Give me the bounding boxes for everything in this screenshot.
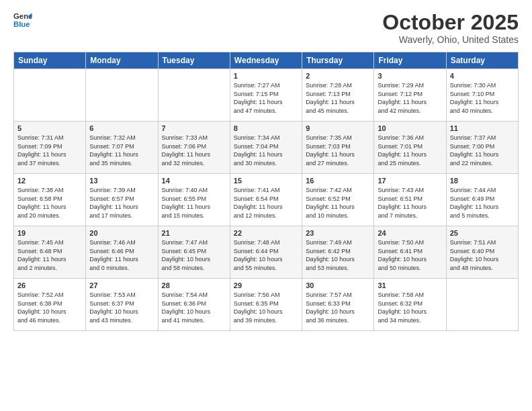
day-number: 20	[89, 229, 154, 237]
cell-1-3: 8Sunrise: 7:34 AM Sunset: 7:04 PM Daylig…	[230, 122, 302, 174]
calendar-container: General Blue October 2025 Waverly, Ohio,…	[0, 0, 532, 411]
day-content: Sunrise: 7:35 AM Sunset: 7:03 PM Dayligh…	[306, 134, 370, 167]
col-thursday: Thursday	[302, 52, 374, 69]
cell-2-1: 13Sunrise: 7:39 AM Sunset: 6:57 PM Dayli…	[86, 174, 158, 226]
day-content: Sunrise: 7:42 AM Sunset: 6:52 PM Dayligh…	[306, 186, 370, 220]
day-number: 25	[450, 229, 515, 237]
day-number: 23	[306, 229, 370, 237]
day-number: 2	[306, 72, 370, 80]
week-row-3: 12Sunrise: 7:38 AM Sunset: 6:58 PM Dayli…	[14, 174, 519, 226]
day-number: 21	[162, 229, 226, 237]
logo: General Blue	[13, 11, 32, 30]
day-number: 30	[306, 281, 370, 289]
day-number: 24	[378, 229, 442, 237]
day-number: 27	[89, 281, 154, 289]
day-content: Sunrise: 7:40 AM Sunset: 6:55 PM Dayligh…	[162, 186, 226, 220]
cell-4-2: 28Sunrise: 7:54 AM Sunset: 6:36 PM Dayli…	[158, 279, 230, 331]
cell-2-5: 17Sunrise: 7:43 AM Sunset: 6:51 PM Dayli…	[374, 174, 446, 226]
week-row-4: 19Sunrise: 7:45 AM Sunset: 6:48 PM Dayli…	[14, 226, 519, 279]
day-content: Sunrise: 7:53 AM Sunset: 6:37 PM Dayligh…	[89, 291, 154, 324]
day-content: Sunrise: 7:47 AM Sunset: 6:45 PM Dayligh…	[162, 238, 226, 272]
logo-icon: General Blue	[13, 11, 32, 30]
day-number: 26	[17, 281, 82, 289]
day-content: Sunrise: 7:48 AM Sunset: 6:44 PM Dayligh…	[234, 238, 298, 272]
day-content: Sunrise: 7:46 AM Sunset: 6:46 PM Dayligh…	[89, 238, 154, 272]
calendar-table: Sunday Monday Tuesday Wednesday Thursday…	[13, 52, 519, 331]
day-content: Sunrise: 7:38 AM Sunset: 6:58 PM Dayligh…	[17, 186, 82, 220]
day-content: Sunrise: 7:58 AM Sunset: 6:32 PM Dayligh…	[378, 291, 442, 324]
cell-0-5: 3Sunrise: 7:29 AM Sunset: 7:12 PM Daylig…	[374, 69, 446, 122]
cell-0-4: 2Sunrise: 7:28 AM Sunset: 7:13 PM Daylig…	[302, 69, 374, 122]
day-number: 18	[450, 177, 515, 185]
cell-3-1: 20Sunrise: 7:46 AM Sunset: 6:46 PM Dayli…	[86, 226, 158, 279]
cell-0-2	[158, 69, 230, 122]
day-content: Sunrise: 7:27 AM Sunset: 7:15 PM Dayligh…	[234, 81, 298, 115]
cell-1-1: 6Sunrise: 7:32 AM Sunset: 7:07 PM Daylig…	[86, 122, 158, 174]
day-content: Sunrise: 7:51 AM Sunset: 6:40 PM Dayligh…	[450, 238, 515, 272]
cell-4-1: 27Sunrise: 7:53 AM Sunset: 6:37 PM Dayli…	[86, 279, 158, 331]
cell-2-2: 14Sunrise: 7:40 AM Sunset: 6:55 PM Dayli…	[158, 174, 230, 226]
col-wednesday: Wednesday	[230, 52, 302, 69]
col-saturday: Saturday	[446, 52, 518, 69]
day-content: Sunrise: 7:28 AM Sunset: 7:13 PM Dayligh…	[306, 81, 370, 115]
cell-2-4: 16Sunrise: 7:42 AM Sunset: 6:52 PM Dayli…	[302, 174, 374, 226]
week-row-2: 5Sunrise: 7:31 AM Sunset: 7:09 PM Daylig…	[14, 122, 519, 174]
day-content: Sunrise: 7:37 AM Sunset: 7:00 PM Dayligh…	[450, 134, 515, 167]
day-content: Sunrise: 7:29 AM Sunset: 7:12 PM Dayligh…	[378, 81, 442, 115]
day-number: 1	[234, 72, 298, 80]
cell-3-3: 22Sunrise: 7:48 AM Sunset: 6:44 PM Dayli…	[230, 226, 302, 279]
day-content: Sunrise: 7:44 AM Sunset: 6:49 PM Dayligh…	[450, 186, 515, 220]
day-number: 28	[162, 281, 226, 289]
cell-1-0: 5Sunrise: 7:31 AM Sunset: 7:09 PM Daylig…	[14, 122, 86, 174]
day-number: 8	[234, 124, 298, 132]
day-content: Sunrise: 7:32 AM Sunset: 7:07 PM Dayligh…	[89, 134, 154, 167]
cell-2-0: 12Sunrise: 7:38 AM Sunset: 6:58 PM Dayli…	[14, 174, 86, 226]
day-content: Sunrise: 7:54 AM Sunset: 6:36 PM Dayligh…	[162, 291, 226, 324]
cell-2-3: 15Sunrise: 7:41 AM Sunset: 6:54 PM Dayli…	[230, 174, 302, 226]
day-content: Sunrise: 7:52 AM Sunset: 6:38 PM Dayligh…	[17, 291, 82, 324]
day-content: Sunrise: 7:49 AM Sunset: 6:42 PM Dayligh…	[306, 238, 370, 272]
cell-4-6	[446, 279, 518, 331]
week-row-5: 26Sunrise: 7:52 AM Sunset: 6:38 PM Dayli…	[14, 279, 519, 331]
cell-4-3: 29Sunrise: 7:56 AM Sunset: 6:35 PM Dayli…	[230, 279, 302, 331]
cell-1-5: 10Sunrise: 7:36 AM Sunset: 7:01 PM Dayli…	[374, 122, 446, 174]
day-number: 15	[234, 177, 298, 185]
cell-3-2: 21Sunrise: 7:47 AM Sunset: 6:45 PM Dayli…	[158, 226, 230, 279]
day-number: 7	[162, 124, 226, 132]
day-number: 13	[89, 177, 154, 185]
cell-2-6: 18Sunrise: 7:44 AM Sunset: 6:49 PM Dayli…	[446, 174, 518, 226]
day-content: Sunrise: 7:41 AM Sunset: 6:54 PM Dayligh…	[234, 186, 298, 220]
day-content: Sunrise: 7:33 AM Sunset: 7:06 PM Dayligh…	[162, 134, 226, 167]
cell-3-0: 19Sunrise: 7:45 AM Sunset: 6:48 PM Dayli…	[14, 226, 86, 279]
cell-3-4: 23Sunrise: 7:49 AM Sunset: 6:42 PM Dayli…	[302, 226, 374, 279]
day-number: 4	[450, 72, 515, 80]
day-number: 5	[17, 124, 82, 132]
location: Waverly, Ohio, United States	[382, 34, 519, 45]
day-number: 22	[234, 229, 298, 237]
day-content: Sunrise: 7:45 AM Sunset: 6:48 PM Dayligh…	[17, 238, 82, 272]
svg-text:Blue: Blue	[13, 20, 30, 28]
day-number: 11	[450, 124, 515, 132]
day-number: 17	[378, 177, 442, 185]
cell-3-5: 24Sunrise: 7:50 AM Sunset: 6:41 PM Dayli…	[374, 226, 446, 279]
day-number: 6	[89, 124, 154, 132]
day-content: Sunrise: 7:57 AM Sunset: 6:33 PM Dayligh…	[306, 291, 370, 324]
cell-3-6: 25Sunrise: 7:51 AM Sunset: 6:40 PM Dayli…	[446, 226, 518, 279]
cell-1-4: 9Sunrise: 7:35 AM Sunset: 7:03 PM Daylig…	[302, 122, 374, 174]
day-number: 12	[17, 177, 82, 185]
day-content: Sunrise: 7:31 AM Sunset: 7:09 PM Dayligh…	[17, 134, 82, 167]
col-tuesday: Tuesday	[158, 52, 230, 69]
day-content: Sunrise: 7:30 AM Sunset: 7:10 PM Dayligh…	[450, 81, 515, 115]
title-block: October 2025 Waverly, Ohio, United State…	[382, 11, 519, 45]
day-number: 3	[378, 72, 442, 80]
cell-4-4: 30Sunrise: 7:57 AM Sunset: 6:33 PM Dayli…	[302, 279, 374, 331]
day-number: 9	[306, 124, 370, 132]
month-title: October 2025	[382, 11, 519, 34]
cell-1-6: 11Sunrise: 7:37 AM Sunset: 7:00 PM Dayli…	[446, 122, 518, 174]
day-number: 19	[17, 229, 82, 237]
day-content: Sunrise: 7:34 AM Sunset: 7:04 PM Dayligh…	[234, 134, 298, 167]
day-number: 10	[378, 124, 442, 132]
day-content: Sunrise: 7:39 AM Sunset: 6:57 PM Dayligh…	[89, 186, 154, 220]
cell-0-1	[86, 69, 158, 122]
col-friday: Friday	[374, 52, 446, 69]
